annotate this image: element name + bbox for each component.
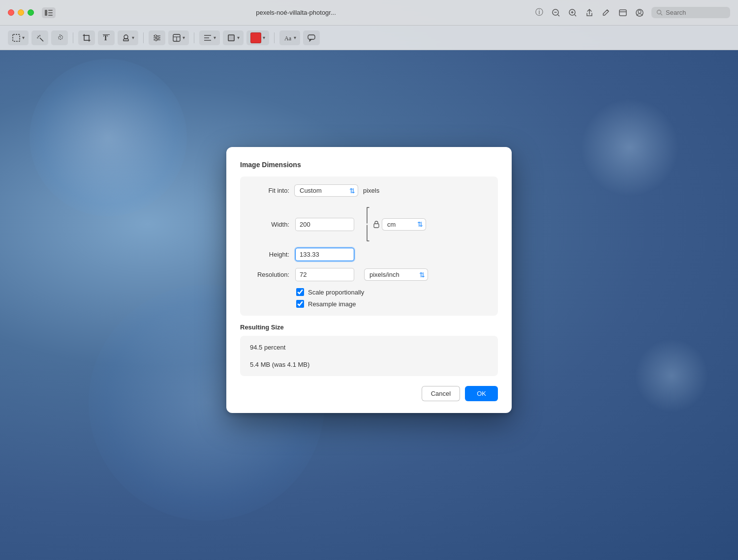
unit-select-wrapper: cm mm pixels inches ⇅: [382, 218, 426, 231]
dialog-overlay: Image Dimensions Fit into: Custom 2 MP 5…: [0, 0, 738, 560]
resulting-size-title: Resulting Size: [240, 324, 498, 331]
scale-proportionally-row: Scale proportionally: [296, 288, 488, 296]
scale-proportionally-label[interactable]: Scale proportionally: [308, 289, 364, 296]
image-dimensions-dialog: Image Dimensions Fit into: Custom 2 MP 5…: [226, 147, 512, 413]
lock-icon: [373, 220, 380, 228]
link-bracket-icon: [362, 206, 371, 242]
pixels-label: pixels: [363, 187, 379, 194]
resolution-input[interactable]: [295, 268, 354, 281]
dialog-title: Image Dimensions: [240, 161, 498, 169]
width-input[interactable]: [295, 218, 354, 231]
fit-into-select[interactable]: Custom 2 MP 5 MP 10 MP Original: [294, 184, 358, 197]
height-input[interactable]: [295, 248, 354, 261]
resample-image-checkbox[interactable]: [296, 300, 304, 308]
resolution-unit-wrapper: pixels/inch pixels/cm ⇅: [364, 268, 428, 281]
cancel-button[interactable]: Cancel: [422, 386, 460, 401]
checkboxes-area: Scale proportionally Resample image: [250, 288, 488, 308]
ok-button[interactable]: OK: [465, 386, 498, 401]
scale-proportionally-checkbox[interactable]: [296, 288, 304, 296]
resolution-label: Resolution:: [250, 271, 289, 278]
resample-image-row: Resample image: [296, 300, 488, 308]
resolution-unit-select-wrapper: pixels/inch pixels/cm ⇅: [364, 268, 428, 281]
height-row: Height:: [250, 248, 488, 261]
resulting-size-box: 94.5 percent 5.4 MB (was 4.1 MB): [240, 336, 498, 376]
dimensions-section: Fit into: Custom 2 MP 5 MP 10 MP Origina…: [240, 177, 498, 316]
fit-into-select-wrapper: Custom 2 MP 5 MP 10 MP Original ⇅: [294, 184, 358, 197]
height-label: Height:: [250, 251, 289, 258]
unit-select[interactable]: cm mm pixels inches: [382, 218, 426, 231]
fit-into-row: Fit into: Custom 2 MP 5 MP 10 MP Origina…: [250, 184, 488, 197]
fit-into-label: Fit into:: [250, 187, 289, 194]
result-percent: 94.5 percent: [250, 344, 488, 351]
width-label: Width:: [250, 221, 289, 228]
dialog-buttons: Cancel OK: [240, 386, 498, 401]
result-size: 5.4 MB (was 4.1 MB): [250, 361, 488, 368]
resolution-unit-select[interactable]: pixels/inch pixels/cm: [364, 268, 428, 281]
svg-rect-41: [374, 224, 379, 228]
resample-image-label[interactable]: Resample image: [308, 300, 356, 308]
resulting-size-section: Resulting Size 94.5 percent 5.4 MB (was …: [240, 324, 498, 376]
resolution-row: Resolution: pixels/inch pixels/cm ⇅: [250, 268, 488, 281]
width-row: Width:: [250, 206, 488, 242]
